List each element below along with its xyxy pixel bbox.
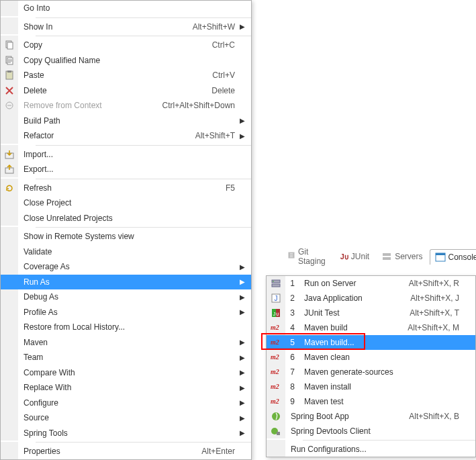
svg-point-16: [273, 281, 274, 282]
run-as-submenu: 1Run on ServerAlt+Shift+X, RJ2Java Appli…: [266, 275, 476, 457]
menu-item-maven-clean[interactable]: m26Maven clean: [267, 350, 475, 365]
menu-item-label: Refactor: [18, 131, 195, 140]
copy-qualified-icon: [1, 53, 18, 68]
menu-item-accelerator: Ctrl+Alt+Shift+Down: [162, 101, 238, 110]
menu-item-maven[interactable]: Maven▶: [1, 335, 251, 351]
menu-item-spring-tools[interactable]: Spring Tools▶: [1, 426, 251, 441]
menu-item-label: Close Project: [18, 198, 235, 208]
menu-item-close-unrelated-projects[interactable]: Close Unrelated Projects: [1, 211, 251, 226]
menu-item-import[interactable]: Import...: [1, 147, 251, 163]
blank-icon: [267, 442, 285, 457]
submenu-arrow-icon: ▶: [238, 117, 247, 124]
menu-item-maven-build[interactable]: m24Maven buildAlt+Shift+X, M: [267, 320, 475, 335]
menu-item-label: Copy Qualified Name: [18, 56, 235, 65]
menu-item-label: Profile As: [18, 308, 235, 317]
tab-console[interactable]: Console ⛶: [430, 249, 476, 265]
menu-item-maven-install[interactable]: m28Maven install: [267, 379, 475, 394]
menu-item-copy-qualified-name[interactable]: Copy Qualified Name: [1, 53, 251, 68]
menu-item-close-project[interactable]: Close Project: [1, 195, 251, 211]
git-icon: [287, 251, 295, 262]
menu-item-build-path[interactable]: Build Path▶: [1, 113, 251, 129]
blank-icon: [1, 444, 18, 459]
menu-item-accelerator: Alt+Shift+X, J: [410, 293, 462, 303]
menu-item-copy[interactable]: CopyCtrl+C: [1, 38, 251, 53]
menu-item-source[interactable]: Source▶: [1, 410, 251, 426]
menu-item-label: Remove from Context: [18, 101, 162, 110]
menu-item-label: Paste: [18, 71, 212, 80]
junit-icon: Jᴜ: [340, 252, 348, 261]
menu-item-configure[interactable]: Configure▶: [1, 396, 251, 411]
menu-item-compare-with[interactable]: Compare With▶: [1, 365, 251, 381]
menu-item-label: Close Unrelated Projects: [18, 214, 235, 223]
svg-rect-6: [7, 42, 13, 49]
submenu-arrow-icon: ▶: [238, 132, 247, 140]
menu-separator: [36, 227, 251, 228]
spring-icon: [267, 409, 285, 424]
blank-icon: [1, 211, 18, 226]
blank-icon: [1, 244, 18, 260]
menu-item-spring-boot-app[interactable]: Spring Boot AppAlt+Shift+X, B: [267, 409, 475, 424]
menu-item-show-in[interactable]: Show InAlt+Shift+W▶: [1, 19, 251, 35]
menu-item-go-into[interactable]: Go Into: [1, 1, 251, 16]
menu-item-run-as[interactable]: Run As▶: [1, 275, 251, 290]
tab-git-staging[interactable]: Git Staging: [282, 244, 334, 269]
menu-item-label: Refresh: [18, 183, 226, 193]
menu-item-label: Import...: [18, 150, 235, 159]
delete-icon: [1, 83, 18, 99]
menu-item-export[interactable]: Export...: [1, 162, 251, 177]
menu-item-number: 2: [285, 293, 299, 303]
menu-separator: [36, 17, 251, 18]
menu-item-label: Debug As: [18, 292, 235, 302]
menu-item-label: Maven install: [299, 382, 459, 392]
menu-item-maven-generate-sources[interactable]: m27Maven generate-sources: [267, 365, 475, 379]
menu-item-profile-as[interactable]: Profile As▶: [1, 305, 251, 320]
blank-icon: [1, 320, 18, 335]
java-icon: J: [267, 291, 285, 306]
tab-servers[interactable]: Servers: [376, 248, 428, 265]
menu-item-spring-devtools-client[interactable]: Spring Devtools Client: [267, 424, 475, 439]
tab-junit[interactable]: Jᴜ JUnit: [335, 249, 375, 264]
submenu-arrow-icon: ▶: [238, 414, 247, 422]
menu-item-run-configurations[interactable]: Run Configurations...: [267, 442, 475, 457]
menu-item-number: 5: [285, 338, 299, 347]
menu-item-number: 3: [285, 308, 299, 318]
menu-item-debug-as[interactable]: Debug As▶: [1, 289, 251, 305]
blank-icon: [1, 113, 18, 129]
blank-icon: [1, 350, 18, 365]
submenu-arrow-icon: ▶: [238, 293, 247, 301]
submenu-arrow-icon: ▶: [238, 384, 247, 392]
menu-item-label: Run Configurations...: [285, 445, 459, 454]
menu-item-restore-from-local-history[interactable]: Restore from Local History...: [1, 320, 251, 335]
menu-item-label: Coverage As: [18, 262, 235, 271]
menu-item-label: Show in Remote Systems view: [18, 232, 235, 241]
menu-item-coverage-as[interactable]: Coverage As▶: [1, 259, 251, 275]
remove-context-icon: [1, 98, 18, 113]
menu-item-label: Build Path: [18, 116, 235, 126]
menu-item-label: Maven clean: [299, 353, 459, 362]
blank-icon: [1, 426, 18, 441]
junit-icon: Jᴜ: [267, 306, 285, 320]
svg-text:J: J: [275, 295, 278, 302]
menu-item-refactor[interactable]: RefactorAlt+Shift+T▶: [1, 128, 251, 144]
menu-item-number: 1: [285, 279, 299, 288]
menu-item-junit-test[interactable]: Jᴜ3JUnit TestAlt+Shift+X, T: [267, 306, 475, 320]
menu-item-properties[interactable]: PropertiesAlt+Enter: [1, 444, 251, 459]
menu-item-paste[interactable]: PasteCtrl+V: [1, 68, 251, 83]
menu-item-validate[interactable]: Validate: [1, 244, 251, 260]
menu-item-maven-build[interactable]: m25Maven build...: [267, 335, 475, 350]
menu-item-run-on-server[interactable]: 1Run on ServerAlt+Shift+X, R: [267, 276, 475, 291]
menu-item-label: Compare With: [18, 368, 235, 377]
menu-item-java-application[interactable]: J2Java ApplicationAlt+Shift+X, J: [267, 291, 475, 306]
blank-icon: [1, 229, 18, 244]
svg-text:Jᴜ: Jᴜ: [273, 311, 279, 317]
menu-item-replace-with[interactable]: Replace With▶: [1, 380, 251, 396]
menu-item-show-in-remote-systems-view[interactable]: Show in Remote Systems view: [1, 229, 251, 244]
menu-item-label: Export...: [18, 165, 235, 174]
menu-item-label: Validate: [18, 247, 235, 257]
menu-item-maven-test[interactable]: m29Maven test: [267, 394, 475, 409]
menu-item-label: Maven generate-sources: [299, 367, 459, 377]
menu-item-team[interactable]: Team▶: [1, 350, 251, 365]
menu-item-refresh[interactable]: RefreshF5: [1, 181, 251, 196]
submenu-arrow-icon: ▶: [238, 338, 247, 346]
menu-item-delete[interactable]: DeleteDelete: [1, 83, 251, 99]
